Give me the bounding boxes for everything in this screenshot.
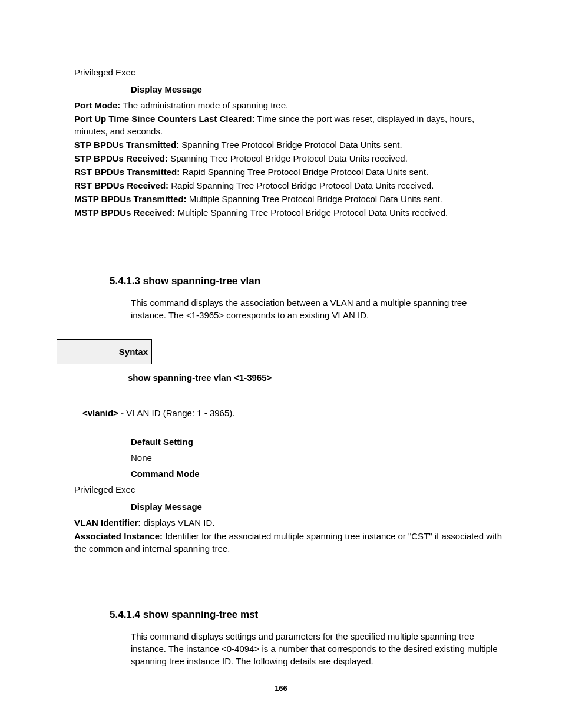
def-line: Port Up Time Since Counters Last Cleared… (74, 113, 505, 137)
def-term: Associated Instance: (74, 531, 163, 541)
default-setting-heading: Default Setting (131, 436, 505, 448)
def-term: RST BPDUs Received: (74, 180, 168, 190)
def-line: RST BPDUs Transmitted: Rapid Spanning Tr… (74, 166, 505, 178)
section-desc-vlan: This command displays the association be… (131, 297, 500, 321)
def-desc: Rapid Spanning Tree Protocol Bridge Prot… (180, 167, 428, 177)
syntax-header-row: Syntax (57, 339, 504, 364)
display-message-heading-2: Display Message (131, 500, 505, 513)
param-term: <vlanid> - (82, 408, 126, 418)
def-line: STP BPDUs Transmitted: Spanning Tree Pro… (74, 139, 505, 151)
def-line: RST BPDUs Received: Rapid Spanning Tree … (74, 179, 505, 192)
def-desc: The administration mode of spanning tree… (120, 100, 288, 110)
section-heading-mst: 5.4.1.4 show spanning-tree mst (110, 608, 505, 622)
def-line: Associated Instance: Identifier for the … (74, 530, 505, 555)
section-title: show spanning-tree vlan (143, 275, 260, 286)
def-term: VLAN Identifier: (74, 518, 141, 528)
def-desc: Rapid Spanning Tree Protocol Bridge Prot… (168, 180, 434, 190)
definition-list-sec1: VLAN Identifier: displays VLAN ID. Assoc… (74, 516, 505, 555)
command-mode-value: Privileged Exec (74, 483, 505, 496)
def-term: MSTP BPDUs Received: (74, 207, 175, 218)
definition-list-top: Port Mode: The administration mode of sp… (74, 99, 505, 219)
section-number: 5.4.1.3 (110, 275, 143, 286)
def-term: STP BPDUs Received: (74, 153, 168, 163)
syntax-box: Syntax show spanning-tree vlan <1-3965> (57, 339, 504, 391)
def-line: MSTP BPDUs Received: Multiple Spanning T… (74, 206, 505, 219)
page-number: 166 (0, 683, 562, 694)
def-desc: Spanning Tree Protocol Bridge Protocol D… (179, 140, 402, 150)
default-setting-value: None (131, 452, 505, 464)
def-desc: Multiple Spanning Tree Protocol Bridge P… (187, 194, 442, 204)
section-heading-vlan: 5.4.1.3 show spanning-tree vlan (110, 274, 505, 288)
def-line: VLAN Identifier: displays VLAN ID. (74, 516, 505, 529)
section-number: 5.4.1.4 (110, 609, 143, 620)
def-desc: Spanning Tree Protocol Bridge Protocol D… (168, 153, 408, 163)
def-desc: Multiple Spanning Tree Protocol Bridge P… (175, 207, 448, 218)
command-mode-heading: Command Mode (131, 467, 505, 480)
param-line: <vlanid> - VLAN ID (Range: 1 - 3965). (82, 407, 505, 419)
display-message-heading: Display Message (131, 83, 505, 95)
spacer (74, 220, 505, 274)
privileged-exec-text: Privileged Exec (74, 66, 505, 78)
def-term: STP BPDUs Transmitted: (74, 140, 179, 150)
def-line: Port Mode: The administration mode of sp… (74, 99, 505, 111)
syntax-label: Syntax (57, 339, 152, 364)
def-term: Port Up Time Since Counters Last Cleared… (74, 114, 254, 124)
syntax-command: show spanning-tree vlan <1-3965> (57, 364, 504, 391)
param-desc: VLAN ID (Range: 1 - 3965). (126, 408, 234, 418)
section-title: show spanning-tree mst (143, 609, 259, 620)
def-term: MSTP BPDUs Transmitted: (74, 194, 187, 204)
section-desc-mst: This command displays settings and param… (131, 630, 500, 667)
def-line: MSTP BPDUs Transmitted: Multiple Spannin… (74, 193, 505, 205)
spacer (74, 556, 505, 608)
def-term: Port Mode: (74, 100, 120, 110)
def-term: RST BPDUs Transmitted: (74, 167, 180, 177)
def-line: STP BPDUs Received: Spanning Tree Protoc… (74, 152, 505, 164)
def-desc: displays VLAN ID. (141, 518, 214, 528)
